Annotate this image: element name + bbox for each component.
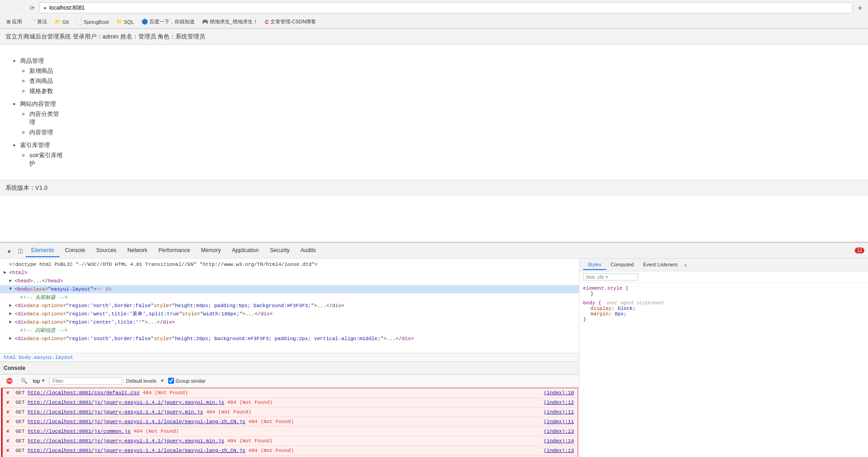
error-url-5[interactable]: http://localhost:8081/js/common.js	[27, 429, 130, 434]
html-line-north[interactable]: ▶ <div data-options="region:'north',bord…	[0, 302, 579, 310]
bookmark-label: 绝地求生_绝地求生！	[210, 18, 258, 25]
levels-dropdown-arrow[interactable]: ▼	[160, 378, 164, 383]
console-error-3[interactable]: ✘ GET http://localhost:8081/js/jquery-ea…	[1, 407, 578, 417]
menu-item-add-goods[interactable]: 新增商品	[29, 67, 857, 75]
bookmark-springboot[interactable]: 📄 SpringBoot	[73, 18, 111, 26]
error-location-2[interactable]: (index):12	[544, 399, 574, 406]
page-header: 宜立方商城后台管理系统 登录用户：admin 姓名：管理员 角色：系统管理员	[0, 29, 868, 45]
bookmark-star-button[interactable]: ★	[855, 3, 864, 12]
error-icon: ✘	[6, 428, 14, 435]
bookmark-apps[interactable]: ⊞ 应用	[4, 17, 25, 26]
console-error-4[interactable]: ✘ GET http://localhost:8081/js/jquery-ea…	[1, 417, 578, 427]
styles-tab-computed[interactable]: Computed	[606, 260, 639, 270]
expand-arrow: ▶	[9, 277, 15, 285]
address-input[interactable]: localhost:8081	[49, 5, 848, 11]
error-location-4[interactable]: (index):11	[544, 418, 574, 425]
bookmark-git[interactable]: 📁 Git	[52, 18, 71, 26]
error-location-3[interactable]: (index):11	[544, 408, 574, 416]
styles-filter	[579, 271, 868, 283]
menu-item-query-goods[interactable]: 查询商品	[29, 77, 857, 85]
style-prop-margin: margin: 8px;	[583, 311, 864, 317]
html-line-west[interactable]: ▶ <div data-options="region:'west',title…	[0, 310, 579, 318]
bookmark-csdn[interactable]: C 文章管理-CSDN博客	[262, 17, 319, 26]
devtools-inspect-button[interactable]: ▲	[4, 245, 15, 256]
html-line-comment2[interactable]: <!-- 闪刷信息 -->	[0, 326, 579, 335]
style-closing-brace: }	[583, 317, 864, 322]
error-icon: ✘	[6, 389, 14, 396]
back-button[interactable]: ←	[4, 3, 13, 12]
styles-tab-more[interactable]: »	[682, 262, 689, 268]
bookmark-game[interactable]: 🎮 绝地求生_绝地求生！	[199, 17, 261, 26]
bookmark-sql[interactable]: 📁 SQL	[114, 18, 137, 26]
bookmark-label: 算法	[37, 18, 47, 25]
sql-icon: 📁	[116, 19, 123, 25]
tab-security[interactable]: Security	[264, 244, 295, 257]
console-context-dropdown[interactable]: top ▼	[33, 378, 45, 384]
menu-item-goods[interactable]: 商品管理 新增商品 查询商品 规格参数	[20, 57, 857, 95]
devtools-toolbar: ▲ ◫ Elements Console Sources Network Per…	[0, 243, 868, 259]
error-location-5[interactable]: (index):13	[544, 428, 574, 435]
error-location-7[interactable]: (index):13	[544, 447, 574, 454]
console-messages[interactable]: ✘ GET http://localhost:8081/css/default.…	[0, 387, 579, 457]
html-line-head[interactable]: ▶ <head>...</head>	[0, 277, 579, 285]
console-error-2[interactable]: ✘ GET http://localhost:8081/js/jquery-ea…	[1, 398, 578, 407]
reload-button[interactable]: ⟳	[27, 3, 37, 12]
forward-button[interactable]: →	[16, 3, 25, 12]
menu-item-content-manage[interactable]: 内容管理	[29, 128, 857, 137]
tab-console[interactable]: Console	[60, 244, 91, 257]
group-similar-checkbox[interactable]: Group similar	[168, 378, 205, 384]
console-error-group: ✘ GET http://localhost:8081/css/default.…	[1, 388, 578, 457]
style-origin: user agent stylesheet	[607, 301, 665, 306]
menu-item-spec-params[interactable]: 规格参数	[29, 87, 857, 95]
address-bar[interactable]: ● localhost:8081	[39, 2, 852, 13]
html-line-body[interactable]: ▼ <body class="easyui-layout"> == $0	[0, 285, 579, 293]
error-url-4[interactable]: http://localhost:8081/js/jquery-easyui-1…	[27, 419, 245, 424]
styles-panel: Styles Computed Event Listeners » elemen…	[579, 259, 868, 457]
menu-item-content[interactable]: 网站内容管理 内容分类管理 内容管理	[20, 100, 857, 137]
styles-tab-event-listeners[interactable]: Event Listeners	[639, 260, 682, 270]
console-filter-icon: 🔍	[18, 375, 29, 386]
bookmark-baidu[interactable]: 🔵 百度一下，你就知道	[139, 17, 197, 26]
console-error-5[interactable]: ✘ GET http://localhost:8081/js/common.js…	[1, 427, 578, 436]
console-error-7[interactable]: ✘ GET http://localhost:8081/js/jquery-ea…	[1, 446, 578, 456]
bookmark-label: 应用	[12, 18, 22, 25]
console-error-6[interactable]: ✘ GET http://localhost:8081/js/jquery-ea…	[1, 436, 578, 446]
tab-performance[interactable]: Performance	[153, 244, 196, 257]
menu-item-solr[interactable]: 索引库管理 solr索引库维护	[20, 141, 857, 168]
bookmark-label: 百度一下，你就知道	[149, 18, 195, 25]
bookmark-algo[interactable]: 📄 算法	[27, 17, 50, 26]
styles-tab-styles[interactable]: Styles	[583, 260, 606, 270]
console-filter-input[interactable]	[49, 377, 122, 385]
console-error-1[interactable]: ✘ GET http://localhost:8081/css/default.…	[1, 388, 578, 398]
styles-filter-input[interactable]	[583, 273, 638, 281]
tab-application[interactable]: Application	[226, 244, 264, 257]
menu-item-solr-index[interactable]: solr索引库维护	[29, 151, 857, 168]
context-label: top	[33, 378, 40, 384]
html-line-south[interactable]: ▶ <div data-options="region:'south',bord…	[0, 335, 579, 343]
error-location-6[interactable]: (index):14	[544, 437, 574, 445]
tab-memory[interactable]: Memory	[196, 244, 226, 257]
error-url-1[interactable]: http://localhost:8081/css/default.css	[27, 390, 139, 396]
menu-item-content-category[interactable]: 内容分类管理	[29, 110, 857, 127]
html-content[interactable]: <!doctype html PUBLIC "-//W3C//DTD HTML …	[0, 259, 579, 353]
html-line-comment1[interactable]: <!-- 头部标题 -->	[0, 293, 579, 302]
error-url-6[interactable]: http://localhost:8081/js/jquery-easyui-1…	[27, 438, 224, 444]
html-line-center[interactable]: ▶ <div data-options="region:'center',tit…	[0, 318, 579, 326]
console-separator: Console	[0, 362, 579, 374]
body-selector: body {	[583, 300, 601, 306]
tab-sources[interactable]: Sources	[91, 244, 122, 257]
html-line-html[interactable]: ▶ <html>	[0, 269, 579, 277]
body-style-header: body { user agent stylesheet	[583, 300, 864, 306]
error-url-3[interactable]: http://localhost:8081/js/jquery-easyui-1…	[27, 409, 203, 415]
html-line-doctype[interactable]: <!doctype html PUBLIC "-//W3C//DTD HTML …	[0, 260, 579, 269]
styles-tabs: Styles Computed Event Listeners »	[579, 259, 868, 271]
devtools-device-button[interactable]: ◫	[15, 245, 26, 256]
tab-elements[interactable]: Elements	[26, 244, 60, 257]
error-url-7[interactable]: http://localhost:8081/js/jquery-easyui-1…	[27, 448, 245, 453]
console-clear-button[interactable]: ⛔	[4, 375, 15, 386]
tab-audits[interactable]: Audits	[295, 244, 321, 257]
error-url-2[interactable]: http://localhost:8081/js/jquery-easyui-1…	[27, 400, 224, 405]
tab-network[interactable]: Network	[122, 244, 153, 257]
error-location-1[interactable]: (index):10	[544, 389, 574, 396]
footer-text: 系统版本：V1.0	[5, 184, 48, 191]
